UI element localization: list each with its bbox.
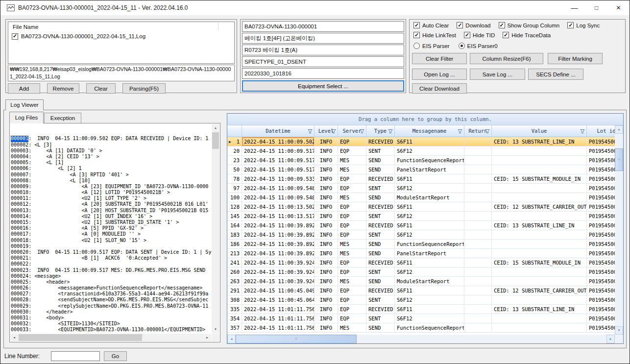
grid-row[interactable]: ▶20 2022-04-15 11:00:09.517 INFO EQP SEN… xyxy=(227,146,615,156)
file-list-column-header[interactable]: File Name xyxy=(8,22,234,32)
cell-lot-id[interactable]: P0195450021B xyxy=(587,323,615,333)
option-checkbox[interactable]: ✓Log Sync xyxy=(567,22,600,28)
cell-lot-id[interactable]: P0195450021B xyxy=(587,212,615,221)
grid-column-header[interactable]: Value xyxy=(492,125,587,137)
grid-row[interactable]: ▶186 2022-04-15 11:00:39.892 INFO MES SE… xyxy=(227,240,615,249)
grid-column-header[interactable]: Datetime xyxy=(242,125,315,137)
grid-column-header[interactable]: Messagename xyxy=(395,125,464,137)
cell-return[interactable] xyxy=(464,174,492,184)
cell-type[interactable]: RECEVIED xyxy=(366,286,395,295)
grid-row[interactable]: ▶213 2022-04-15 11:00:39.892 INFO MES SE… xyxy=(227,249,615,258)
cell-lot-id[interactable]: P0195450021B xyxy=(587,240,615,249)
cell-server[interactable]: MES xyxy=(338,323,366,333)
file-checkbox[interactable]: ✓ xyxy=(12,33,18,40)
option-button[interactable]: Filter Marking xyxy=(548,53,603,64)
cell-server[interactable]: EQP xyxy=(338,295,366,305)
cell-server[interactable]: EQP xyxy=(338,202,366,212)
spec-date-field[interactable] xyxy=(242,68,404,79)
cell-level[interactable]: INFO xyxy=(315,295,338,305)
cell-lot-id[interactable]: P0195450021B xyxy=(587,305,615,314)
grid-group-band[interactable]: Drag a column here to group by this colu… xyxy=(227,114,623,125)
cell-type[interactable]: SEND xyxy=(366,193,395,202)
cell-type[interactable]: SENT xyxy=(366,212,395,221)
cell-messagename[interactable]: FunctionSequenceReport xyxy=(395,156,464,165)
filter-icon[interactable] xyxy=(580,129,585,134)
scroll-left-icon[interactable]: ◄ xyxy=(10,334,18,341)
cell-datetime[interactable]: 2022-04-15 11:00:45.064 xyxy=(242,295,315,305)
cell-lot-id[interactable]: P0195450021B xyxy=(587,286,615,295)
cell-level[interactable]: INFO xyxy=(315,137,338,146)
cell-value[interactable] xyxy=(492,314,587,323)
close-button[interactable]: ✕ xyxy=(607,0,630,15)
log-line[interactable]: 000008: <L [10] xyxy=(11,178,211,184)
cell-datetime[interactable]: 2022-04-15 11:00:09.517 xyxy=(242,165,315,174)
log-text-area[interactable]: 000001: INFO 04-15 11:00:09.502 EQP: DAT… xyxy=(11,124,211,333)
row-indicator-cell[interactable]: ▶308 xyxy=(227,295,242,305)
cell-messagename[interactable]: S6F12 xyxy=(395,295,464,305)
option-button[interactable]: SECS Define ... xyxy=(528,69,583,80)
file-action-button[interactable]: Add xyxy=(8,83,40,94)
cell-messagename[interactable]: S6F11 xyxy=(395,305,464,314)
log-line[interactable]: 000029: <replySubjectName>DD.PKG.EIS.PRO… xyxy=(11,303,211,309)
cell-datetime[interactable]: 2022-04-15 11:00:39.924 xyxy=(242,277,315,286)
cell-lot-id[interactable]: P0195450021B xyxy=(587,184,615,193)
cell-type[interactable]: SENT xyxy=(366,230,395,240)
cell-value[interactable] xyxy=(492,165,587,174)
row-indicator-cell[interactable]: ▶78 xyxy=(227,174,242,184)
cell-lot-id[interactable]: P0195450021B xyxy=(587,258,615,267)
cell-server[interactable]: EQP xyxy=(338,221,366,230)
cell-server[interactable]: EQP xyxy=(338,174,366,184)
cell-server[interactable]: MES xyxy=(338,277,366,286)
filter-icon[interactable] xyxy=(458,129,462,134)
cell-value[interactable] xyxy=(492,230,587,240)
grid-row[interactable]: ▶357 2022-04-15 11:01:11.756 INFO MES SE… xyxy=(227,323,615,333)
log-line[interactable]: 000021: <B [1] ACKC6 '0:Accepted' > xyxy=(11,255,211,261)
row-indicator-cell[interactable]: ▶260 xyxy=(227,267,242,277)
cell-server[interactable]: EQP xyxy=(338,230,366,240)
scroll-down-icon[interactable]: ▼ xyxy=(212,325,219,333)
cell-return[interactable] xyxy=(464,305,492,314)
cell-return[interactable] xyxy=(464,314,492,323)
cell-type[interactable]: RECEVIED xyxy=(366,137,395,146)
cell-level[interactable]: INFO xyxy=(315,212,338,221)
option-button[interactable]: Clear Download xyxy=(412,83,467,94)
cell-lot-id[interactable]: P0195450021B xyxy=(587,314,615,323)
equipment-select-button[interactable]: Equipment Select ... xyxy=(242,80,404,92)
log-line[interactable]: 000004: <A [2] CEID '13' > xyxy=(11,154,211,160)
cell-return[interactable] xyxy=(464,146,492,156)
log-line[interactable]: 000011: <U2 [1] LOT_TYPE '2' > xyxy=(11,195,211,201)
row-indicator-cell[interactable]: ▶164 xyxy=(227,221,242,230)
cell-lot-id[interactable]: P0195450021B xyxy=(587,193,615,202)
cell-messagename[interactable]: S6F11 xyxy=(395,202,464,212)
row-indicator-cell[interactable]: ▶213 xyxy=(227,249,242,258)
cell-datetime[interactable]: 2022-04-15 11:01:11.756 xyxy=(242,314,315,323)
cell-return[interactable] xyxy=(464,258,492,267)
grid-row[interactable]: ▶291 2022-04-15 11:00:45.049 INFO EQP RE… xyxy=(227,286,615,295)
cell-messagename[interactable]: PanelStartReport xyxy=(395,165,464,174)
cell-value[interactable]: CEID: 15 SUBSTRATE_MODULE_IN xyxy=(492,258,587,267)
row-indicator-cell[interactable]: ▶357 xyxy=(227,323,242,333)
cell-datetime[interactable]: 2022-04-15 11:00:09.548 xyxy=(242,184,315,193)
cell-lot-id[interactable]: P0195450021B xyxy=(587,156,615,165)
grid-column-header[interactable]: Return xyxy=(464,125,492,137)
cell-return[interactable] xyxy=(464,165,492,174)
row-indicator-cell[interactable]: ▶20 xyxy=(227,146,242,156)
cell-messagename[interactable]: S6F12 xyxy=(395,184,464,193)
cell-messagename[interactable]: S6F11 xyxy=(395,258,464,267)
cell-messagename[interactable]: S6F12 xyxy=(395,212,464,221)
log-line[interactable]: 000013: <A [20] HOST_SUBSTRATE_ID 'P0195… xyxy=(11,208,211,214)
grid-row[interactable]: ▶164 2022-04-15 11:00:39.892 INFO EQP RE… xyxy=(227,221,615,230)
log-line[interactable]: 000028: <sendSubjectName>DD.PKG.MES.PRO.… xyxy=(11,297,211,303)
grid-row[interactable]: ▶128 2022-04-15 11:00:13.502 INFO EQP RE… xyxy=(227,202,615,212)
cell-value[interactable] xyxy=(492,240,587,249)
cell-messagename[interactable]: ModuleStartReport xyxy=(395,277,464,286)
row-indicator-cell[interactable]: ▶335 xyxy=(227,305,242,314)
filter-icon[interactable] xyxy=(360,129,364,134)
cell-value[interactable] xyxy=(492,184,587,193)
cell-messagename[interactable]: S6F11 xyxy=(395,137,464,146)
grid-row[interactable]: ▶50 2022-04-15 11:00:09.517 INFO MES SEN… xyxy=(227,165,615,174)
cell-return[interactable] xyxy=(464,212,492,221)
log-line[interactable]: 000010: <A [12] LOTID 'P0195450021B' > xyxy=(11,190,211,195)
cell-value[interactable] xyxy=(492,277,587,286)
log-horizontal-scrollbar[interactable]: ◄ ► xyxy=(10,334,211,341)
